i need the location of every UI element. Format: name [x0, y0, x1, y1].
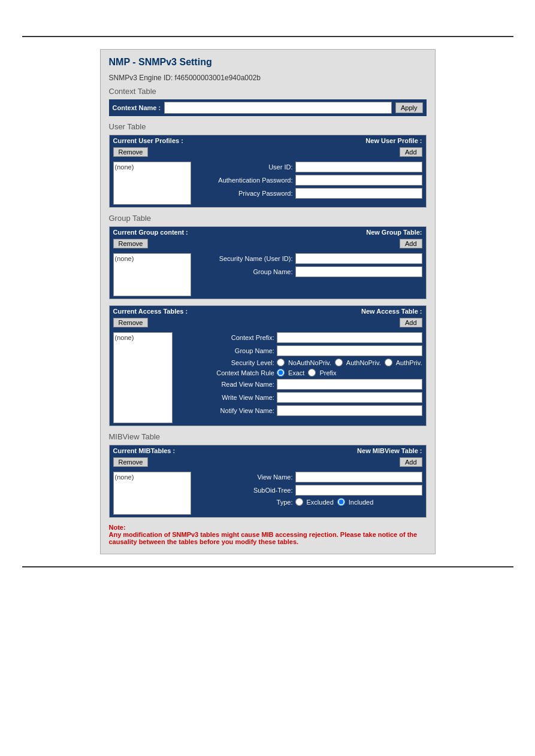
mibview-remove-button[interactable]: Remove [113, 457, 149, 467]
mibview-add-button[interactable]: Add [400, 457, 422, 467]
user-id-input[interactable] [295, 162, 422, 172]
security-level-label: Security Level: [179, 359, 274, 366]
user-remove-button[interactable]: Remove [113, 147, 149, 157]
notify-view-label: Notify View Name: [179, 407, 274, 414]
security-level-authpriv-label: AuthPriv. [396, 359, 422, 366]
read-view-label: Read View Name: [179, 381, 274, 388]
security-level-row: Security Level: NoAuthNoPriv. AuthNoPriv… [179, 359, 422, 366]
context-match-exact-radio[interactable] [277, 369, 285, 377]
write-view-label: Write View Name: [179, 394, 274, 401]
context-apply-button[interactable]: Apply [395, 102, 423, 113]
engine-id: SNMPv3 Engine ID: f465000003001e940a002b [109, 74, 427, 82]
context-name-input[interactable] [164, 102, 392, 114]
mibview-table-body: (none) View Name: SubOid-Tree: Type: [110, 469, 426, 517]
security-level-authpriv-radio[interactable] [385, 359, 392, 366]
privacy-password-input[interactable] [295, 188, 422, 199]
access-form-area: Context Prefix: Group Name: Security Lev… [173, 332, 422, 423]
context-prefix-input[interactable] [277, 332, 422, 343]
type-options: Excluded Included [295, 498, 374, 506]
context-match-prefix-radio[interactable] [308, 369, 316, 377]
context-name-row: Context Name : Apply [109, 99, 427, 116]
top-divider [22, 36, 513, 37]
access-table-header: Current Access Tables : New Access Table… [110, 306, 426, 317]
group-table-sub-header: Remove Add [110, 238, 426, 251]
note-title: Note: [109, 524, 427, 531]
mibview-form-area: View Name: SubOid-Tree: Type: Excluded [191, 472, 422, 515]
access-new-label: New Access Table : [361, 308, 422, 315]
write-view-input[interactable] [277, 392, 422, 403]
view-name-input[interactable] [295, 472, 422, 482]
group-current-label: Current Group content : [113, 229, 188, 236]
context-match-rule-row: Context Match Rule Exact Prefix [179, 369, 422, 377]
user-id-row: User ID: [197, 162, 422, 172]
security-level-noauth-radio[interactable] [277, 359, 285, 366]
security-name-input[interactable] [295, 253, 422, 264]
context-table: Context Name : Apply [109, 99, 427, 116]
user-new-label: New User Profile : [365, 137, 422, 144]
access-table: Current Access Tables : New Access Table… [109, 305, 427, 426]
read-view-row: Read View Name: [179, 379, 422, 390]
mibview-table-header: Current MIBTables : New MIBView Table : [110, 445, 426, 456]
context-match-prefix-label: Prefix [319, 369, 336, 377]
context-match-options: Exact Prefix [277, 369, 337, 377]
auth-password-label: Authentication Password: [197, 177, 293, 184]
group-table: Current Group content : New Group Table:… [109, 226, 427, 299]
mibview-current-label: Current MIBTables : [113, 447, 176, 454]
page-title: NMP - SNMPv3 Setting [109, 57, 427, 68]
user-id-label: User ID: [197, 163, 293, 171]
user-table-header: Current User Profiles : New User Profile… [110, 135, 426, 146]
suboid-label: SubOid-Tree: [197, 487, 293, 494]
note-text: Any modification of SNMPv3 tables might … [109, 531, 427, 545]
auth-password-input[interactable] [295, 175, 422, 186]
suboid-input[interactable] [295, 485, 422, 496]
group-name-row: Group Name: [197, 266, 422, 277]
access-group-name-label: Group Name: [179, 347, 274, 354]
page-wrapper: NMP - SNMPv3 Setting SNMPv3 Engine ID: f… [0, 0, 535, 756]
user-table-heading: User Table [109, 122, 427, 131]
user-table: Current User Profiles : New User Profile… [109, 135, 427, 208]
bottom-divider [22, 566, 513, 567]
user-add-button[interactable]: Add [400, 147, 422, 157]
type-excluded-radio[interactable] [295, 498, 303, 506]
user-current-label: Current User Profiles : [113, 137, 183, 144]
context-table-heading: Context Table [109, 87, 427, 96]
security-name-row: Security Name (User ID): [197, 253, 422, 264]
group-table-heading: Group Table [109, 214, 427, 223]
type-row: Type: Excluded Included [197, 498, 422, 506]
access-group-name-input[interactable] [277, 345, 422, 356]
user-table-sub-header: Remove Add [110, 146, 426, 159]
access-remove-button[interactable]: Remove [113, 318, 149, 327]
group-form-area: Security Name (User ID): Group Name: [191, 253, 422, 296]
mibview-new-label: New MIBView Table : [357, 447, 422, 454]
privacy-password-row: Privacy Password: [197, 188, 422, 199]
group-remove-button[interactable]: Remove [113, 239, 149, 248]
access-group-name-row: Group Name: [179, 345, 422, 356]
view-name-row: View Name: [197, 472, 422, 482]
content-center: NMP - SNMPv3 Setting SNMPv3 Engine ID: f… [0, 49, 535, 554]
access-list: (none) [113, 332, 173, 423]
access-table-sub-header: Remove Add [110, 317, 426, 330]
notify-view-input[interactable] [277, 405, 422, 416]
security-level-options: NoAuthNoPriv. AuthNoPriv. AuthPriv. [277, 359, 422, 366]
group-name-label: Group Name: [197, 268, 293, 275]
mibview-table: Current MIBTables : New MIBView Table : … [109, 445, 427, 518]
type-included-radio[interactable] [337, 498, 345, 506]
security-level-noauth-label: NoAuthNoPriv. [288, 359, 331, 366]
type-included-label: Included [349, 499, 374, 506]
security-level-authnopriv-label: AuthNoPriv. [346, 359, 381, 366]
group-add-button[interactable]: Add [400, 239, 422, 248]
group-name-input[interactable] [295, 266, 422, 277]
read-view-input[interactable] [277, 379, 422, 390]
security-name-label: Security Name (User ID): [197, 255, 293, 262]
context-match-rule-label: Context Match Rule [179, 369, 274, 377]
access-current-label: Current Access Tables : [113, 308, 188, 315]
privacy-password-label: Privacy Password: [197, 190, 293, 197]
access-table-body: (none) Context Prefix: Group Name: Secur… [110, 330, 426, 426]
mibview-list: (none) [113, 472, 191, 515]
view-name-label: View Name: [197, 473, 293, 481]
context-match-exact-label: Exact [288, 369, 305, 377]
group-new-label: New Group Table: [366, 229, 422, 236]
type-excluded-label: Excluded [307, 499, 334, 506]
security-level-authnopriv-radio[interactable] [335, 359, 343, 366]
access-add-button[interactable]: Add [400, 318, 422, 327]
